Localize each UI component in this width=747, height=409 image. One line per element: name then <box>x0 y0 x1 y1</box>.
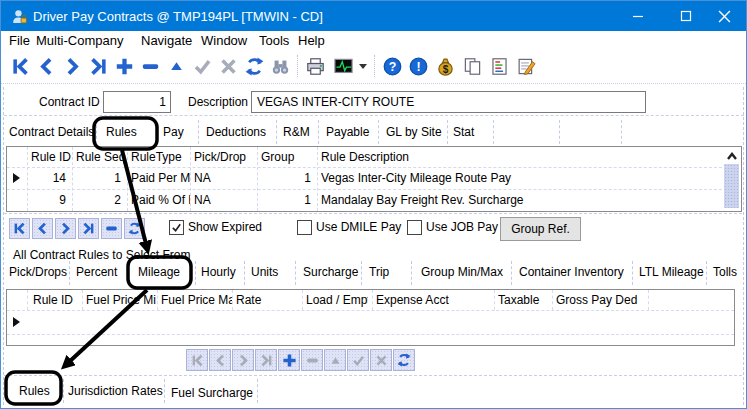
col-load-empty[interactable]: Load / Empt <box>306 290 368 310</box>
minimize-button[interactable] <box>616 1 660 31</box>
tab-payable[interactable]: Payable <box>326 125 369 139</box>
tab-jurisdiction-rates[interactable]: Jurisdiction Rates <box>68 384 163 398</box>
divider <box>4 213 742 214</box>
tab-rm[interactable]: R&M <box>283 125 310 139</box>
divider <box>4 115 744 116</box>
first-record-button[interactable] <box>186 349 208 371</box>
scrollbar-track[interactable] <box>724 164 739 208</box>
last-record-icon[interactable] <box>87 55 109 77</box>
previous-record-button[interactable] <box>209 349 231 371</box>
svg-text:!: ! <box>416 60 420 74</box>
menu-window[interactable]: Window <box>201 33 247 48</box>
scroll-up-icon[interactable] <box>724 149 739 163</box>
notes-edit-icon[interactable] <box>515 55 537 77</box>
last-record-button[interactable] <box>255 349 277 371</box>
col-pick-drop[interactable]: Pick/Drop <box>194 147 257 167</box>
col-rule-description[interactable]: Rule Description <box>321 147 621 167</box>
tab-rules-bottom[interactable]: Rules <box>19 384 50 398</box>
contract-id-field[interactable]: 1 <box>103 91 171 113</box>
tab-stat[interactable]: Stat <box>453 125 474 139</box>
tab-surcharge[interactable]: Surcharge <box>303 265 358 279</box>
toolbar: ? ! $ <box>1 49 746 84</box>
monitor-icon[interactable] <box>332 55 354 77</box>
col-gross-pay-ded[interactable]: Gross Pay Ded <box>556 290 644 310</box>
previous-record-icon[interactable] <box>35 55 57 77</box>
tab-deductions[interactable]: Deductions <box>206 125 266 139</box>
tab-rules[interactable]: Rules <box>106 125 137 139</box>
accept-button[interactable] <box>347 349 369 371</box>
group-ref-button[interactable]: Group Ref. <box>500 217 581 241</box>
tab-tolls[interactable]: Tolls <box>713 265 737 279</box>
svg-text:$: $ <box>442 63 448 74</box>
use-dmile-pay-checkbox[interactable] <box>297 220 312 235</box>
delete-record-icon[interactable] <box>139 55 161 77</box>
app-window: Driver Pay Contracts @ TMP194PL [TMWIN -… <box>0 0 747 409</box>
delete-record-button[interactable] <box>101 218 122 239</box>
next-record-button[interactable] <box>55 218 76 239</box>
next-record-icon[interactable] <box>61 55 83 77</box>
col-fuel-price-max[interactable]: Fuel Price Max <box>161 290 232 310</box>
menu-navigate[interactable]: Navigate <box>141 33 192 48</box>
refresh-icon[interactable] <box>243 55 265 77</box>
col-rate[interactable]: Rate <box>236 290 298 310</box>
tab-trip[interactable]: Trip <box>369 265 389 279</box>
copy-icon[interactable] <box>461 55 483 77</box>
col-rule-seq[interactable]: Rule Seq <box>76 147 127 167</box>
cancel-button[interactable] <box>370 349 392 371</box>
tab-fuel-surcharge[interactable]: Fuel Surcharge <box>171 386 253 400</box>
col-rule-id[interactable]: Rule ID <box>31 147 72 167</box>
find-icon[interactable] <box>269 55 291 77</box>
refresh-button[interactable] <box>124 218 145 239</box>
tab-ltl-mileage[interactable]: LTL Mileage <box>639 265 704 279</box>
tab-container-inventory[interactable]: Container Inventory <box>519 265 624 279</box>
report-icon[interactable] <box>488 55 510 77</box>
driver-pay-icon[interactable]: $ <box>434 55 456 77</box>
cancel-icon[interactable] <box>217 55 239 77</box>
app-icon <box>11 8 28 28</box>
window-title: Driver Pay Contracts @ TMP194PL [TMWIN -… <box>33 9 323 24</box>
last-record-button[interactable] <box>78 218 99 239</box>
menu-help[interactable]: Help <box>298 33 325 48</box>
menu-tools[interactable]: Tools <box>259 33 289 48</box>
tab-mileage[interactable]: Mileage <box>138 265 180 279</box>
move-up-icon[interactable] <box>165 55 187 77</box>
close-button[interactable] <box>702 1 746 31</box>
refresh-button[interactable] <box>393 349 415 371</box>
first-record-button[interactable] <box>9 218 30 239</box>
tab-gl-by-site[interactable]: GL by Site <box>386 125 442 139</box>
col-rule-type[interactable]: RuleType <box>131 147 190 167</box>
help-icon[interactable]: ? <box>381 55 403 77</box>
add-record-icon[interactable] <box>113 55 135 77</box>
tab-contract-details[interactable]: Contract Details <box>9 125 94 139</box>
col-rule-id[interactable]: Rule ID <box>33 290 78 310</box>
show-expired-checkbox[interactable] <box>169 220 184 235</box>
previous-record-button[interactable] <box>32 218 53 239</box>
tab-group-min-max[interactable]: Group Min/Max <box>421 265 503 279</box>
menu-file[interactable]: File <box>9 33 30 48</box>
divider <box>4 375 742 376</box>
col-fuel-price-min[interactable]: Fuel Price Mi <box>86 290 157 310</box>
info-icon[interactable]: ! <box>407 55 429 77</box>
tab-pick-drops[interactable]: Pick/Drops <box>9 265 67 279</box>
menu-multi-company[interactable]: Multi-Company <box>36 33 123 48</box>
first-record-icon[interactable] <box>9 55 31 77</box>
col-group[interactable]: Group <box>261 147 317 167</box>
description-field[interactable]: VEGAS INTER-CITY ROUTE <box>251 91 646 113</box>
tab-pay[interactable]: Pay <box>163 125 184 139</box>
accept-icon[interactable] <box>191 55 213 77</box>
next-record-button[interactable] <box>232 349 254 371</box>
tab-hourly[interactable]: Hourly <box>201 265 236 279</box>
use-job-pay-checkbox[interactable] <box>407 220 422 235</box>
select-section-title: All Contract Rules to Select From <box>13 248 190 262</box>
add-record-button[interactable] <box>278 349 300 371</box>
col-expense-acct[interactable]: Expense Acct <box>376 290 490 310</box>
print-icon[interactable] <box>304 55 326 77</box>
monitor-dropdown-icon[interactable] <box>356 55 370 77</box>
contract-id-label: Contract ID <box>39 95 100 109</box>
tab-percent[interactable]: Percent <box>76 265 117 279</box>
page-edge <box>3 87 4 405</box>
move-up-button[interactable] <box>324 349 346 371</box>
tab-units[interactable]: Units <box>251 265 278 279</box>
col-taxable[interactable]: Taxable <box>498 290 548 310</box>
delete-record-button[interactable] <box>301 349 323 371</box>
